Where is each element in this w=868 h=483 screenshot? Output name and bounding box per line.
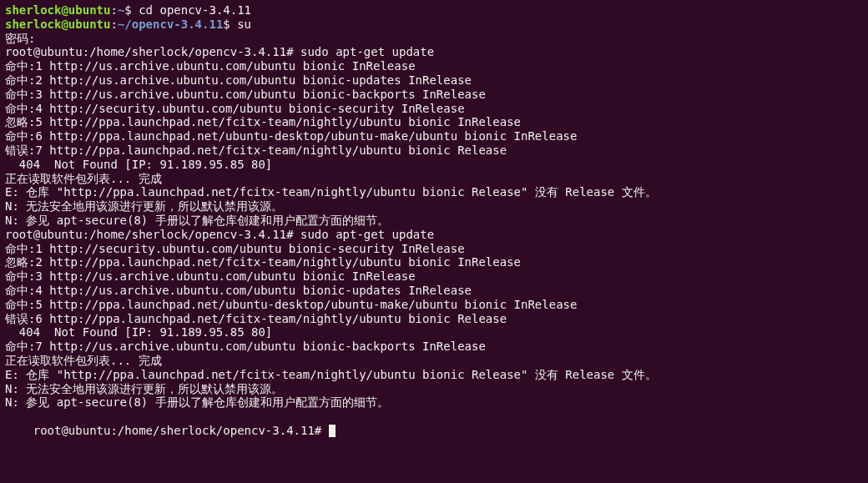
- terminal-line: E: 仓库 "http://ppa.launchpad.net/fcitx-te…: [5, 368, 863, 382]
- prompt-dollar: $: [223, 18, 237, 31]
- terminal-line: 404 Not Found [IP: 91.189.95.85 80]: [5, 158, 863, 172]
- terminal-line: 正在读取软件包列表... 完成: [5, 172, 863, 186]
- terminal-line: N: 参见 apt-secure(8) 手册以了解仓库创建和用户配置方面的细节。: [5, 395, 863, 410]
- terminal-line: 命中:1 http://security.ubuntu.com/ubuntu b…: [5, 242, 863, 256]
- root-prompt: root@ubuntu:/home/sherlock/opencv-3.4.11…: [33, 424, 329, 437]
- terminal-line: 错误:6 http://ppa.launchpad.net/fcitx-team…: [5, 312, 863, 326]
- terminal-line: N: 无法安全地用该源进行更新，所以默认禁用该源。: [5, 199, 863, 214]
- user-host: sherlock@ubuntu: [5, 18, 110, 31]
- terminal-line: 命中:4 http://us.archive.ubuntu.com/ubuntu…: [5, 284, 863, 298]
- cursor-icon: [329, 425, 336, 437]
- terminal-line: root@ubuntu:/home/sherlock/opencv-3.4.11…: [5, 45, 863, 59]
- prompt-line-current: root@ubuntu:/home/sherlock/opencv-3.4.11…: [5, 410, 863, 451]
- terminal-line: 命中:1 http://us.archive.ubuntu.com/ubuntu…: [5, 59, 863, 73]
- prompt-line-2: sherlock@ubuntu:~/opencv-3.4.11$ su: [5, 18, 863, 32]
- command-text: su: [237, 18, 251, 31]
- terminal-output: 密码:root@ubuntu:/home/sherlock/opencv-3.4…: [5, 32, 863, 410]
- terminal-line: 正在读取软件包列表... 完成: [5, 354, 863, 368]
- terminal-line: N: 参见 apt-secure(8) 手册以了解仓库创建和用户配置方面的细节。: [5, 214, 863, 228]
- terminal-line: 密码:: [5, 32, 863, 46]
- terminal-line: 命中:4 http://security.ubuntu.com/ubuntu b…: [5, 102, 863, 116]
- terminal-line: 命中:3 http://us.archive.ubuntu.com/ubuntu…: [5, 269, 863, 284]
- terminal-line: 错误:7 http://ppa.launchpad.net/fcitx-team…: [5, 143, 863, 158]
- terminal-line: 命中:6 http://ppa.launchpad.net/ubuntu-des…: [5, 129, 863, 143]
- prompt-line-1: sherlock@ubuntu:~$ cd opencv-3.4.11: [5, 3, 863, 18]
- terminal-line: 命中:2 http://us.archive.ubuntu.com/ubuntu…: [5, 73, 863, 88]
- terminal-line: 404 Not Found [IP: 91.189.95.85 80]: [5, 325, 863, 340]
- terminal-line: E: 仓库 "http://ppa.launchpad.net/fcitx-te…: [5, 185, 863, 199]
- terminal-line: root@ubuntu:/home/sherlock/opencv-3.4.11…: [5, 228, 863, 242]
- prompt-sep: :: [110, 3, 117, 17]
- terminal-line: 忽略:2 http://ppa.launchpad.net/fcitx-team…: [5, 255, 863, 269]
- terminal-line: 命中:3 http://us.archive.ubuntu.com/ubuntu…: [5, 88, 863, 102]
- prompt-sep: :: [110, 18, 117, 31]
- terminal-line: 命中:7 http://us.archive.ubuntu.com/ubuntu…: [5, 340, 863, 354]
- terminal-line: 命中:5 http://ppa.launchpad.net/ubuntu-des…: [5, 298, 863, 312]
- terminal[interactable]: sherlock@ubuntu:~$ cd opencv-3.4.11 sher…: [5, 3, 863, 452]
- command-text: cd opencv-3.4.11: [139, 3, 251, 17]
- prompt-dollar: $: [124, 3, 139, 17]
- cwd-path: ~/opencv-3.4.11: [118, 18, 223, 31]
- terminal-line: 忽略:5 http://ppa.launchpad.net/fcitx-team…: [5, 115, 863, 129]
- terminal-line: N: 无法安全地用该源进行更新，所以默认禁用该源。: [5, 382, 863, 396]
- user-host: sherlock@ubuntu: [5, 3, 110, 17]
